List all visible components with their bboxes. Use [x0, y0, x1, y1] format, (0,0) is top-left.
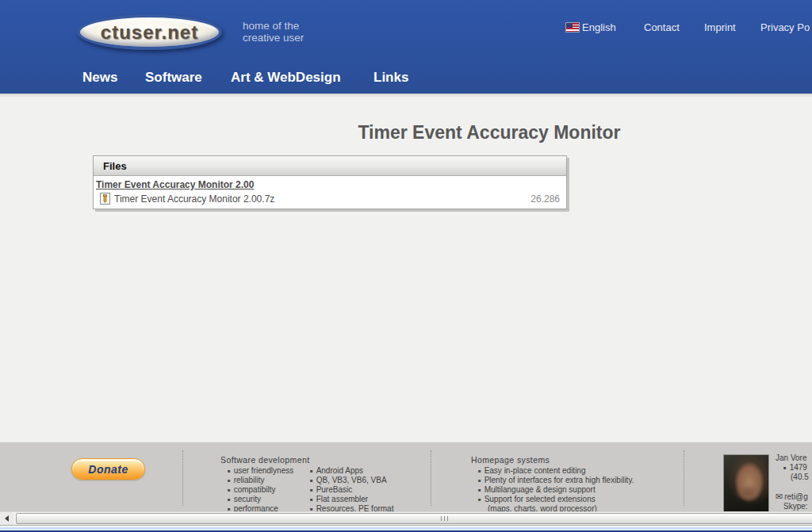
scroll-left-button[interactable] [0, 512, 13, 525]
contact-phone-2: (40.5 [791, 473, 809, 482]
email-icon [776, 492, 784, 501]
site-header: ctuser.net home of the creative user Eng… [0, 0, 812, 94]
files-panel-header: Files [94, 156, 566, 176]
footer-divider-2 [431, 450, 431, 506]
top-links: English Contact Imprint Privacy Po [0, 21, 812, 36]
site-footer: Donate Software development user friendl… [0, 442, 812, 511]
sw-col2-item: PureBasic [316, 485, 353, 494]
sw-col2-item: Android Apps [316, 466, 364, 475]
footer-divider-1 [182, 450, 183, 506]
sw-col1-item: reliability [234, 476, 265, 484]
header-divider [0, 94, 812, 97]
scrollbar-thumb[interactable] [16, 513, 812, 524]
sw-col2-item: QB, VB3, VB6, VBA [316, 476, 387, 484]
contact-card: Jan Vore 1479 (40.5 reti@g Skype: [776, 454, 809, 511]
software-development-section: Software development user friendlyness A… [220, 455, 393, 514]
file-size: 26.286 [530, 193, 561, 205]
file-group-link[interactable]: Timer Event Accuracy Monitor 2.00 [96, 179, 561, 190]
hp-item: Support for selected extensions [485, 495, 596, 503]
file-name[interactable]: Timer Event Accuracy Monitor 2.00.7z [114, 193, 530, 205]
software-development-list: user friendlyness Android Apps reliabili… [228, 466, 393, 514]
contact-link[interactable]: Contact [644, 21, 680, 33]
sw-col1-item: user friendlyness [234, 466, 294, 475]
imprint-link[interactable]: Imprint [704, 21, 736, 33]
page-title: Timer Event Accuracy Monitor [93, 122, 812, 144]
nav-item-software[interactable]: Software [145, 70, 202, 86]
horizontal-scrollbar[interactable] [0, 511, 812, 525]
nav-item-links[interactable]: Links [373, 70, 408, 86]
author-photo [723, 454, 769, 512]
language-link[interactable]: English [582, 21, 616, 33]
webpage: ctuser.net home of the creative user Eng… [0, 0, 812, 532]
sw-col1-item: security [234, 495, 261, 503]
archive-file-icon [100, 193, 110, 205]
scrollbar-grip-icon [441, 516, 449, 521]
files-panel-body: Timer Event Accuracy Monitor 2.00 Timer … [94, 176, 566, 209]
nav-item-art-webdesign[interactable]: Art & WebDesign [231, 70, 341, 86]
homepage-systems-section: Homepage systems Easy in-place content e… [471, 455, 634, 514]
sw-col1-item: compatibilty [234, 485, 276, 494]
nav-item-news[interactable]: News [82, 70, 117, 86]
browser-viewport: ctuser.net home of the creative user Eng… [0, 0, 812, 532]
footer-divider-3 [684, 450, 684, 506]
donate-button-label: Donate [88, 463, 128, 476]
contact-skype: Skype: [783, 502, 809, 511]
hp-item: Multilanguage & design support [485, 485, 596, 494]
hp-item: Plenty of interfaces for extra high flex… [485, 476, 634, 484]
sw-col2-item: Flat assembler [316, 495, 369, 503]
files-panel-title: Files [103, 160, 127, 172]
contact-name: Jan Vore [776, 454, 809, 463]
homepage-systems-title: Homepage systems [471, 455, 634, 465]
contact-phone: 1479 [790, 463, 807, 472]
files-panel: Files Timer Event Accuracy Monitor 2.00 … [93, 155, 567, 209]
file-row[interactable]: Timer Event Accuracy Monitor 2.00.7z 26.… [96, 193, 561, 205]
main-nav: News Software Art & WebDesign Links [0, 70, 812, 90]
homepage-systems-list: Easy in-place content editing Plenty of … [478, 466, 634, 514]
privacy-link[interactable]: Privacy Po [760, 21, 810, 33]
hp-item: Easy in-place content editing [485, 466, 586, 475]
left-arrow-icon [5, 515, 9, 522]
software-development-title: Software development [220, 455, 393, 465]
us-flag-icon [566, 23, 579, 32]
contact-email[interactable]: reti@g [784, 492, 808, 501]
donate-button[interactable]: Donate [71, 458, 145, 480]
